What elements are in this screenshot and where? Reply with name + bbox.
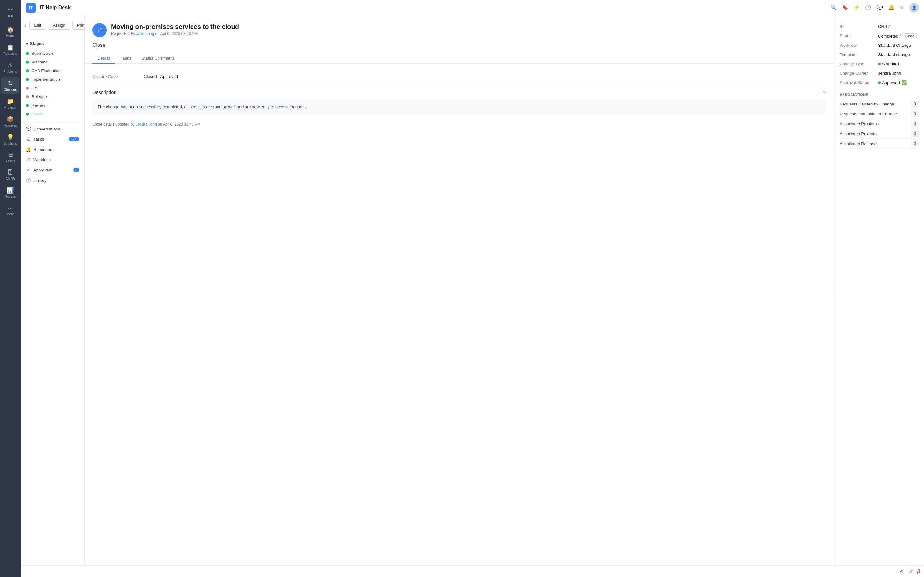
assoc-requests-initiated: Requests that Initiated Change 0 [840, 109, 919, 119]
app-title: IT Help Desk [40, 5, 71, 11]
sidebar-item-problems[interactable]: ⚠ Problems [1, 59, 19, 76]
sidebar-item-solutions[interactable]: 💡 Solutions [1, 131, 19, 148]
detail-workflow: Workflow Standard Change [840, 41, 919, 50]
chat-icon[interactable]: 💬 [877, 5, 883, 11]
detail-id: ID CH-17 [840, 22, 919, 31]
sidebar-item-reports[interactable]: 📊 Reports [1, 184, 19, 201]
associations-title: ASSOCIATIONS [840, 93, 919, 97]
description-title: Description [92, 89, 116, 95]
stage-dot-release [26, 95, 29, 98]
tab-status-comments[interactable]: Status Comments [136, 53, 180, 64]
middle-content: ⇄ Moving on-premises services to the clo… [85, 15, 834, 566]
detail-approval-status: Approval Status Approved ✅ [840, 78, 919, 87]
tabs-bar: Details Tasks Status Comments [85, 53, 834, 64]
left-sidebar: ‹ Edit Assign Print 👥 Workflow Actions ▾… [21, 15, 85, 566]
cmdb-icon: 🗄 [7, 169, 13, 176]
stage-close[interactable]: Close [21, 110, 84, 118]
sidebar-item-cmdb[interactable]: 🗄 CMDB [1, 167, 19, 183]
nav-grid-icon[interactable]: ▪▪▪▪ [1, 4, 19, 22]
projects-icon: 📁 [7, 98, 14, 105]
tab-details[interactable]: Details [92, 53, 115, 64]
sidebar-item-assets[interactable]: 🖥 Assets [1, 149, 19, 165]
stage-release[interactable]: Release [21, 92, 84, 101]
stages-label: ≡ Stages [21, 39, 84, 49]
avatar[interactable]: 👤 [909, 3, 919, 13]
reports-icon: 📊 [7, 187, 14, 194]
current-stage-heading: Close [85, 42, 834, 53]
sidebar-conversations[interactable]: 💬 Conversations [21, 124, 84, 134]
print-button[interactable]: Print [72, 21, 85, 30]
stage-dot-implementation [26, 78, 29, 81]
change-type-icon: ⇄ [92, 23, 107, 37]
problems-icon: ⚠ [8, 62, 13, 69]
detail-change-type: Change Type Standard [840, 59, 919, 69]
sidebar-tasks[interactable]: ☑ Tasks 5 / 5 [21, 134, 84, 144]
stage-dot-review [26, 104, 29, 107]
stage-dot-submission [26, 52, 29, 55]
stage-review[interactable]: Review [21, 101, 84, 110]
sidebar-item-changes[interactable]: ↻ Changes [1, 77, 19, 94]
search-icon[interactable]: 🔍 [830, 5, 837, 11]
change-type-dot [878, 63, 881, 65]
assoc-release: Associated Release 0 [840, 139, 919, 149]
stage-cab-evaluation[interactable]: CAB Evaluation [21, 66, 84, 75]
edit-bottom-icon[interactable]: 📝 [908, 569, 913, 574]
requests-icon: 📋 [7, 44, 14, 51]
sidebar-item-requests[interactable]: 📋 Requests [1, 41, 19, 58]
tab-tasks[interactable]: Tasks [115, 53, 136, 64]
conversations-icon: 💬 [26, 126, 31, 131]
releases-icon: 📦 [7, 116, 14, 123]
edit-button[interactable]: Edit [29, 21, 46, 30]
panel-collapse-button[interactable]: › [834, 284, 837, 297]
description-section: Description ✎ The change has been succes… [92, 89, 827, 116]
sidebar-approvals[interactable]: ✓ Approvals 9 [21, 165, 84, 175]
tasks-icon: ☑ [26, 137, 31, 142]
history-icon: 🕐 [26, 177, 31, 183]
translate-icon[interactable]: ⚙ [900, 569, 904, 574]
beta-icon[interactable]: β [917, 569, 920, 574]
requester-link[interactable]: Jake Long [136, 31, 154, 36]
sidebar-item-home[interactable]: 🏠 Home [1, 23, 19, 40]
more-icon: ··· [8, 205, 13, 211]
assign-button[interactable]: Assign [48, 21, 70, 30]
description-edit-icon[interactable]: ✎ [822, 90, 827, 95]
header-icons: 🔍 🔖 ⚡ 🕐 💬 🔔 ⚙ 👤 [830, 3, 919, 13]
stage-uat[interactable]: UAT [21, 84, 84, 92]
changes-icon: ↻ [8, 80, 13, 87]
reminders-icon: 🔔 [26, 147, 31, 152]
tasks-badge: 5 / 5 [69, 137, 79, 141]
back-button[interactable]: ‹ [24, 23, 26, 28]
detail-template: Template Standard change [840, 50, 919, 59]
stage-dot-uat [26, 87, 29, 90]
left-navigation: ▪▪▪▪ 🏠 Home 📋 Requests ⚠ Problems ↻ Chan… [0, 0, 21, 577]
assoc-projects: Associated Projects 0 [840, 129, 919, 139]
sidebar-reminders[interactable]: 🔔 Reminders [21, 144, 84, 155]
content-area: ‹ Edit Assign Print 👥 Workflow Actions ▾… [21, 15, 924, 566]
settings-icon[interactable]: ⚙ [900, 5, 904, 11]
updater-link[interactable]: Jendra John [136, 122, 157, 127]
sidebar-item-more[interactable]: ··· More [1, 202, 19, 219]
bookmark-icon[interactable]: 🔖 [842, 5, 848, 11]
lightning-icon[interactable]: ⚡ [853, 5, 860, 11]
approvals-icon: ✓ [26, 167, 31, 172]
stages-icon: ≡ [26, 41, 28, 46]
description-text: The change has been successfully complet… [92, 99, 827, 116]
approval-dot [878, 81, 881, 84]
page-subtitle: Requested By Jake Long on Apr 6, 2020 03… [111, 31, 239, 36]
tab-content-details: Closure Code Closed - Approved Descripti… [85, 64, 834, 133]
right-panel: › ID CH-17 Status Completed / Close Work… [834, 15, 924, 566]
stage-implementation[interactable]: Implementation [21, 75, 84, 84]
app-header: IT IT Help Desk 🔍 🔖 ⚡ 🕐 💬 🔔 ⚙ 👤 [21, 0, 924, 15]
clock-icon[interactable]: 🕐 [865, 5, 871, 11]
stage-submission[interactable]: Submission [21, 49, 84, 58]
detail-change-owner: Change Owner Jendra John [840, 69, 919, 78]
sidebar-item-projects[interactable]: 📁 Projects [1, 95, 19, 112]
bottom-bar: ⚙ 📝 β [21, 566, 924, 577]
sidebar-history[interactable]: 🕐 History [21, 175, 84, 185]
page-header: ⇄ Moving on-premises services to the clo… [85, 15, 834, 42]
home-icon: 🏠 [7, 26, 14, 33]
sidebar-worklogs[interactable]: ⏱ Worklogs [21, 155, 84, 165]
sidebar-item-releases[interactable]: 📦 Releases [1, 113, 19, 130]
bell-icon[interactable]: 🔔 [888, 5, 895, 11]
stage-planning[interactable]: Planning [21, 58, 84, 66]
